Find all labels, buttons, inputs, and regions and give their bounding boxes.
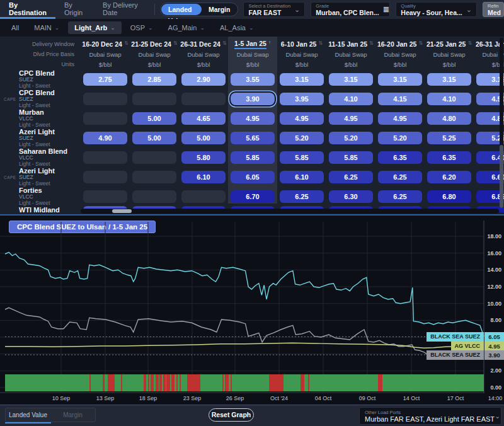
column-header-21-25-jan-25[interactable]: 21-25 Jan 25 <box>427 40 466 48</box>
tab-by-delivery-date[interactable]: By Delivery Date <box>94 0 149 19</box>
value-cell[interactable]: 6.35 <box>378 151 422 164</box>
value-cell[interactable]: 6.70 <box>231 190 275 203</box>
value-cell[interactable]: 6.10 <box>280 171 324 183</box>
value-cell[interactable]: 4.80 <box>427 112 471 125</box>
value-cell[interactable]: 3.15 <box>280 73 324 86</box>
sort-icon[interactable]: ⇅ <box>173 40 178 48</box>
sort-icon[interactable]: ⇅ <box>222 40 227 48</box>
row-label: CAPEAzeri LightSUEZLight - Sweet <box>0 167 81 187</box>
quality-tag: Light - Sweet <box>19 180 81 187</box>
tab-by-origin[interactable]: By Origin <box>55 0 94 19</box>
value-cell[interactable]: 5.20 <box>378 132 422 144</box>
sort-icon[interactable]: ⇅ <box>418 40 423 48</box>
chevron-down-icon: ⌄ <box>249 25 254 31</box>
table-row: CAPECPC BlendSUEZLight - Sweet3.903.954.… <box>0 89 504 108</box>
value-cell[interactable]: 4.65 <box>181 112 226 125</box>
filter-tab-all[interactable]: All <box>5 21 25 34</box>
value-cell[interactable]: 6.05 <box>231 171 275 183</box>
tab-by-destination[interactable]: By Destination <box>0 0 55 19</box>
value-cell[interactable]: 5.25 <box>427 132 471 144</box>
value-cell[interactable]: 4.95 <box>329 112 373 125</box>
price-value-badge: 6.05 <box>484 332 504 342</box>
value-cell[interactable]: 3.55 <box>231 73 275 86</box>
value-cell[interactable]: 6.25 <box>280 190 324 203</box>
value-cell[interactable]: 6.35 <box>427 151 471 164</box>
value-cell[interactable]: 5.85 <box>280 151 324 164</box>
value-cell[interactable]: 4.95 <box>378 112 422 125</box>
quality-tag: Light - Sweet <box>19 161 81 167</box>
value-cell[interactable]: 5.20 <box>280 132 324 144</box>
value-cell[interactable]: 5.00 <box>181 132 226 144</box>
value-cell[interactable]: 6.30 <box>329 190 373 203</box>
column-header-6-10-jan-25[interactable]: 6-10 Jan 25 <box>281 40 317 48</box>
column-header-21-25-dec-24[interactable]: 21-25 Dec 24 <box>131 40 171 48</box>
value-cell[interactable]: 5.80 <box>181 151 226 164</box>
reset-graph-button[interactable]: Reset Graph <box>209 408 254 422</box>
toggle-margin[interactable]: Margin <box>202 4 237 15</box>
destination-select[interactable]: Select a Destination FAR EAST ⌄ <box>243 2 305 17</box>
column-header-16-20-jan-25[interactable]: 16-20 Jan 25 <box>377 40 416 48</box>
sort-icon[interactable]: ⇅ <box>467 40 472 48</box>
svg-text:10 Sep: 10 Sep <box>52 395 71 401</box>
value-cell[interactable]: 5.85 <box>231 151 275 164</box>
column-basis: Dubai Swap <box>285 51 318 58</box>
other-load-ports-select[interactable]: Other Load Ports Murban FAR EAST, Azeri … <box>359 407 501 425</box>
value-cell[interactable]: 3.90 <box>231 93 275 105</box>
value-cell[interactable]: 5.00 <box>132 112 176 125</box>
filter-tab-label: MAIN <box>34 24 52 32</box>
value-cell[interactable]: 4.10 <box>329 93 373 105</box>
value-cell[interactable]: 3.95 <box>280 93 324 105</box>
grade-select[interactable]: Grade Murban, CPC Blen... ≣ <box>311 2 390 17</box>
value-cell[interactable]: 6.10 <box>181 171 226 183</box>
column-header-1-5-jan-25[interactable]: 1-5 Jan 25 <box>234 40 266 49</box>
filter-tab-osp[interactable]: OSP⌄ <box>124 21 159 34</box>
column-units: $/bbl <box>394 61 407 68</box>
series-black-sea-suez-vlcc-line <box>5 308 484 357</box>
value-cell[interactable]: 5.20 <box>329 132 373 144</box>
value-cell[interactable]: 5.85 <box>329 151 373 164</box>
filter-tab-al_asia[interactable]: AL_Asia⌄ <box>214 21 260 34</box>
value-cell[interactable]: 6.80 <box>427 190 471 203</box>
bottom-tab-margin[interactable]: Margin <box>50 408 95 422</box>
value-cell[interactable]: 6.25 <box>378 171 422 183</box>
value-cell[interactable]: 5.65 <box>231 132 275 144</box>
value-cell[interactable]: 2.85 <box>132 73 176 86</box>
price-value-badge: 4.95 <box>484 342 504 351</box>
vertical-scrollbar[interactable] <box>500 38 503 208</box>
grade-name: WTI Midland <box>19 206 81 212</box>
column-header-11-15-jan-25[interactable]: 11-15 Jan 25 <box>328 40 367 48</box>
filter-tab-light_arb[interactable]: Light_Arb⌄ <box>68 21 122 34</box>
value-cell[interactable]: 6.20 <box>427 171 471 183</box>
column-units: $/bbl <box>295 61 309 68</box>
value-cell[interactable]: 6.25 <box>378 190 422 203</box>
filter-tab-main[interactable]: MAIN⌄ <box>28 21 66 34</box>
value-cell[interactable]: 3.15 <box>427 73 471 86</box>
sort-icon[interactable]: ↑ <box>268 40 271 49</box>
filter-tab-ag_main[interactable]: AG_Main⌄ <box>162 21 211 34</box>
value-cell[interactable]: 2.90 <box>181 73 226 86</box>
toggle-landed-value[interactable]: Landed Value <box>161 4 202 15</box>
value-cell[interactable]: 2.75 <box>83 73 127 86</box>
value-cell[interactable]: 3.15 <box>329 73 373 86</box>
filter-tab-label: AL_Asia <box>220 24 246 32</box>
value-cell[interactable]: 6.25 <box>329 171 373 183</box>
sort-icon[interactable]: ⇅ <box>318 40 323 48</box>
sort-icon[interactable]: ⇅ <box>124 40 129 48</box>
vertical-scrollbar-thumb[interactable] <box>500 145 503 208</box>
value-cell[interactable]: 3.15 <box>378 73 422 86</box>
chevron-down-icon: ⌄ <box>294 6 300 13</box>
value-cell[interactable]: 4.95 <box>231 112 275 125</box>
refinery-select[interactable]: Refin Med <box>483 2 504 17</box>
value-cell[interactable]: 4.95 <box>280 112 324 125</box>
column-header-26-31-dec-24[interactable]: 26-31 Dec 24 <box>180 40 220 48</box>
value-cell[interactable]: 4.15 <box>378 93 422 105</box>
horizontal-scrollbar[interactable] <box>81 209 499 214</box>
sort-icon[interactable]: ⇅ <box>369 40 374 48</box>
value-cell[interactable]: 5.00 <box>132 132 176 144</box>
quality-select[interactable]: Quality Heavy - Sour, Hea... ⌄ <box>396 2 477 17</box>
value-cell[interactable]: 4.10 <box>427 93 471 105</box>
bottom-tab-landed-value[interactable]: Landed Value <box>6 408 50 422</box>
column-header-16-20-dec-24[interactable]: 16-20 Dec 24 <box>82 40 122 48</box>
horizontal-scrollbar-thumb[interactable] <box>112 209 132 213</box>
value-cell[interactable]: 4.90 <box>83 132 127 144</box>
